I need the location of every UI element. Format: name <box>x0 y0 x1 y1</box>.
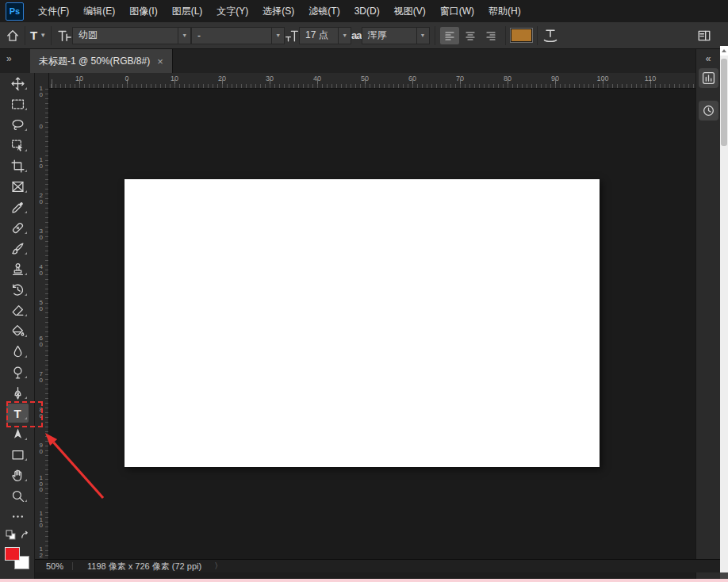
tool-preset-picker[interactable]: T ▼ <box>30 29 46 42</box>
menu-3d[interactable]: 3D(D) <box>347 0 387 22</box>
ruler-label: 2 0 <box>39 193 42 205</box>
text-align-group <box>440 27 500 44</box>
menu-view[interactable]: 视图(V) <box>387 0 433 22</box>
paint-bucket-tool[interactable] <box>0 320 35 341</box>
toggle-panels-icon[interactable] <box>697 29 711 43</box>
document-tab-title: 未标题-1 @ 50%(RGB/8#) <box>39 55 150 68</box>
history-panel-icon[interactable] <box>699 101 718 121</box>
ruler-label: 0 <box>39 124 42 130</box>
history-brush-tool[interactable] <box>0 279 35 300</box>
status-chevron-icon[interactable]: 〉 <box>208 561 222 572</box>
align-right-button[interactable] <box>481 27 500 44</box>
type-tool-preset-icon: T <box>30 29 37 42</box>
align-center-button[interactable] <box>461 27 480 44</box>
eraser-tool[interactable] <box>0 300 35 320</box>
text-color-swatch[interactable] <box>511 29 532 42</box>
menu-help[interactable]: 帮助(H) <box>481 0 528 22</box>
window-scrollbar[interactable] <box>720 46 728 582</box>
rectangular-marquee-tool[interactable] <box>0 94 35 114</box>
lasso-tool[interactable] <box>0 114 35 135</box>
eyedropper-tool[interactable] <box>0 197 35 217</box>
chevron-down-icon: ▼ <box>178 28 190 44</box>
clone-stamp-tool[interactable] <box>0 258 35 279</box>
chevron-down-icon: ▼ <box>271 28 284 44</box>
menu-filter[interactable]: 滤镜(T) <box>301 0 347 22</box>
adjustments-panel-icon[interactable] <box>699 68 718 88</box>
edit-toolbar-icon[interactable] <box>0 506 35 526</box>
canvas-workspace <box>49 89 695 559</box>
toolbar-collapse-icon[interactable]: » <box>0 49 30 73</box>
canvas[interactable] <box>125 179 600 467</box>
chevron-down-icon: ▼ <box>40 32 46 39</box>
document-info: 1198 像素 x 726 像素 (72 ppi) <box>73 561 208 572</box>
pen-tool[interactable] <box>0 382 35 403</box>
hand-tool[interactable] <box>0 465 35 485</box>
foreground-color-swatch[interactable] <box>5 547 20 561</box>
panel-dock: « <box>695 49 720 582</box>
ruler-label: 30 <box>266 75 274 82</box>
font-size-select[interactable]: 17 点 ▼ <box>299 27 351 44</box>
scrollbar-thumb[interactable] <box>721 59 727 146</box>
zoom-level-field[interactable]: 50% <box>35 561 72 571</box>
scroll-up-icon[interactable] <box>720 46 728 56</box>
menu-select[interactable]: 选择(S) <box>255 0 301 22</box>
document-tab[interactable]: 未标题-1 @ 50%(RGB/8#) × <box>30 49 173 73</box>
horizontal-ruler: 100102030405060708090100110 <box>49 73 695 89</box>
ruler-label: 1 0 <box>39 86 42 98</box>
rectangle-tool[interactable] <box>0 444 35 465</box>
zoom-tool[interactable] <box>0 485 35 506</box>
crop-tool[interactable] <box>0 155 35 176</box>
dock-collapse-icon[interactable]: « <box>696 49 720 64</box>
default-colors-icon[interactable] <box>6 530 17 544</box>
menu-type[interactable]: 文字(Y) <box>209 0 255 22</box>
ruler-label: 3 0 <box>39 228 42 240</box>
font-size-value: 17 点 <box>300 29 338 42</box>
menu-edit[interactable]: 编辑(E) <box>76 0 122 22</box>
text-orientation-icon[interactable] <box>56 28 72 44</box>
font-style-select[interactable]: - ▼ <box>191 27 285 44</box>
close-icon[interactable]: × <box>157 56 163 67</box>
font-style-value: - <box>192 30 271 41</box>
ruler-label: 110 <box>645 75 656 82</box>
ruler-label: 70 <box>456 75 464 82</box>
align-left-button[interactable] <box>440 27 459 44</box>
tab-bar: » 未标题-1 @ 50%(RGB/8#) × <box>0 49 695 73</box>
ruler-label: 5 0 <box>39 300 42 312</box>
tools-panel: T <box>0 73 35 582</box>
chevron-down-icon: ▼ <box>416 28 429 44</box>
move-tool[interactable] <box>0 73 35 94</box>
warp-text-icon[interactable] <box>542 28 558 44</box>
spot-healing-brush-tool[interactable] <box>0 217 35 238</box>
brush-tool[interactable] <box>0 238 35 258</box>
menu-bar: Ps 文件(F) 编辑(E) 图像(I) 图层(L) 文字(Y) 选择(S) 滤… <box>0 0 728 22</box>
ruler-label: 50 <box>361 75 369 82</box>
font-family-select[interactable]: 幼圆 ▼ <box>72 27 191 44</box>
blur-tool[interactable] <box>0 341 35 362</box>
ruler-label: 1 2 0 <box>39 546 42 559</box>
anti-alias-select[interactable]: 浑厚 ▼ <box>362 27 430 44</box>
home-icon[interactable] <box>6 29 20 43</box>
chevron-down-icon: ▼ <box>338 28 351 44</box>
ruler-label: 6 0 <box>39 335 42 347</box>
swap-colors-icon[interactable] <box>20 530 30 544</box>
ruler-label: 40 <box>313 75 321 82</box>
color-swatches <box>4 547 33 572</box>
options-bar: T ▼ 幼圆 ▼ - ▼ 17 点 ▼ aa 浑厚 ▼ <box>0 22 728 49</box>
status-bar: 50% 1198 像素 x 726 像素 (72 ppi) 〉 <box>35 559 720 572</box>
ruler-label: 10 <box>171 75 178 82</box>
ruler-label: 90 <box>551 75 559 82</box>
photoshop-logo: Ps <box>6 2 24 21</box>
font-family-value: 幼圆 <box>73 29 178 42</box>
font-size-icon <box>285 29 299 43</box>
ruler-label: 4 0 <box>39 264 42 276</box>
menu-layer[interactable]: 图层(L) <box>165 0 210 22</box>
frame-tool[interactable] <box>0 176 35 197</box>
ruler-label: 1 0 <box>39 157 42 169</box>
menu-image[interactable]: 图像(I) <box>122 0 164 22</box>
dodge-tool[interactable] <box>0 362 35 382</box>
menu-window[interactable]: 窗口(W) <box>433 0 481 22</box>
menu-file[interactable]: 文件(F) <box>31 0 76 22</box>
ruler-label: 100 <box>596 75 608 82</box>
annotation-arrow <box>32 424 111 504</box>
object-selection-tool[interactable] <box>0 135 35 155</box>
